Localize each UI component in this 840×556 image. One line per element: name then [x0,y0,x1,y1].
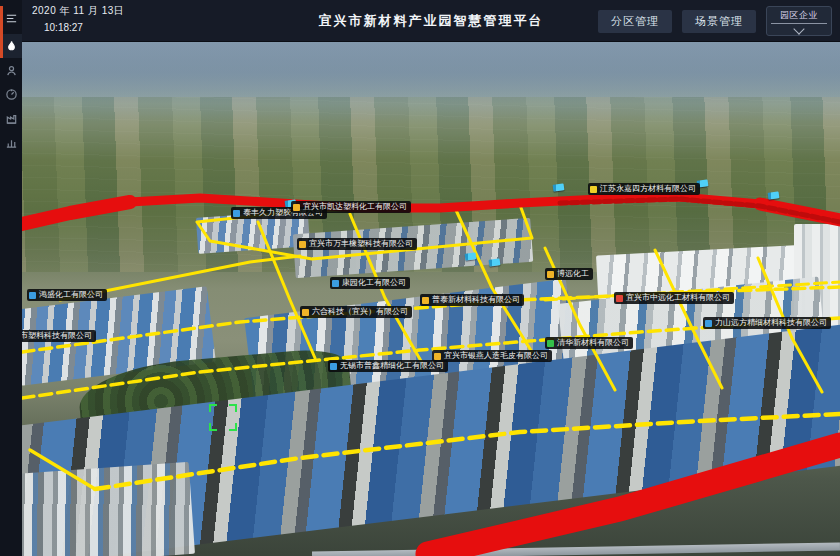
factory-marker-icon [705,320,712,327]
scene-management-button[interactable]: 场景管理 [682,10,756,33]
dropdown-label: 园区企业 [780,9,818,22]
map-label-text: 普泰新材料科技有限公司 [432,294,520,306]
alert-route-top [22,197,840,224]
map-label[interactable]: 兴市塑料科技有限公司 [22,330,96,342]
factory-marker-icon [616,295,623,302]
factory-marker-icon [299,241,306,248]
sidebar [0,0,22,556]
sidebar-active-accent [0,6,3,58]
map-label-text: 宜兴市中远化工材料有限公司 [626,292,730,304]
alert-route-bottom [428,445,840,554]
user-icon[interactable] [0,58,22,82]
factory-marker-icon [302,309,309,316]
map-label[interactable]: 力山远方精细材料科技有限公司 [703,317,831,329]
selection-reticle [209,404,237,431]
map-label-text: 无锡市普鑫精细化工有限公司 [340,360,444,372]
gauge-icon[interactable] [0,82,22,106]
factory-marker-icon [590,186,597,193]
factory-icon[interactable] [0,106,22,130]
factory-marker-icon [293,204,300,211]
map-label[interactable]: 江苏永嘉四方材料有限公司 [588,183,700,195]
map-label-text: 江苏永嘉四方材料有限公司 [600,183,696,195]
yellow-road-network [22,205,840,489]
bar-chart-icon[interactable] [0,130,22,154]
factory-marker-icon [547,340,554,347]
map-label-text: 鸿盛化工有限公司 [39,289,103,301]
map-3d-view[interactable]: 泰丰久力塑胶有限公司宜兴市凯达塑料化工有限公司宜兴市万丰橡塑科技有限公司康园化工… [22,42,840,556]
factory-marker-icon [330,363,337,370]
map-label-text: 清华新材料有限公司 [557,337,629,349]
map-label[interactable]: 宜兴市凯达塑料化工有限公司 [291,201,411,213]
factory-marker-icon [332,280,339,287]
park-enterprise-dropdown[interactable]: 园区企业 [766,6,832,36]
map-label[interactable]: 宜兴市中远化工材料有限公司 [614,292,734,304]
chevron-down-icon [793,23,804,34]
map-label[interactable]: 六合科技（宜兴）有限公司 [300,306,412,318]
map-label-text: 宜兴市凯达塑料化工有限公司 [303,201,407,213]
zone-management-button[interactable]: 分区管理 [598,10,672,33]
map-label[interactable]: 普泰新材料科技有限公司 [420,294,524,306]
map-label-text: 宜兴市银燕人造毛皮有限公司 [444,350,548,362]
map-label[interactable]: 博远化工 [545,268,593,280]
menu-icon[interactable] [0,6,22,30]
top-bar: 2020 年 11 月 13日 10:18:27 宜兴市新材料产业园智慧管理平台… [22,0,840,42]
map-label-text: 康园化工有限公司 [342,277,406,289]
factory-marker-icon [233,210,240,217]
map-label[interactable]: 鸿盛化工有限公司 [27,289,107,301]
map-label[interactable]: 宜兴市银燕人造毛皮有限公司 [432,350,552,362]
factory-marker-icon [547,271,554,278]
map-label[interactable]: 宜兴市万丰橡塑科技有限公司 [297,238,417,250]
factory-marker-icon [29,292,36,299]
fire-icon[interactable] [0,34,22,58]
map-label-text: 六合科技（宜兴）有限公司 [312,306,408,318]
factory-marker-icon [434,353,441,360]
map-label-text: 力山远方精细材料科技有限公司 [715,317,827,329]
map-label-text: 宜兴市万丰橡塑科技有限公司 [309,238,413,250]
factory-marker-icon [422,297,429,304]
map-label[interactable]: 无锡市普鑫精细化工有限公司 [328,360,448,372]
app-window: 2020 年 11 月 13日 10:18:27 宜兴市新材料产业园智慧管理平台… [0,0,840,556]
map-label-text: 博远化工 [557,268,589,280]
map-label-text: 兴市塑料科技有限公司 [22,330,92,342]
map-label[interactable]: 康园化工有限公司 [330,277,410,289]
map-label[interactable]: 清华新材料有限公司 [545,337,633,349]
